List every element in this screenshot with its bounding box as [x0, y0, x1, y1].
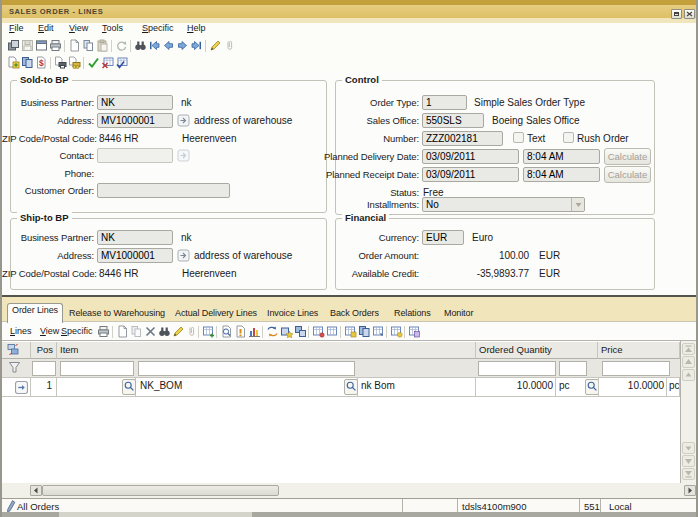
cell-price-unit[interactable]: pc	[667, 378, 680, 396]
grid-sort-icon[interactable]	[7, 343, 20, 356]
dropdown-arrow-icon[interactable]	[571, 198, 584, 211]
duplicate-order-icon[interactable]	[21, 56, 34, 69]
sold-customer-order-field[interactable]	[97, 183, 230, 198]
lines-split-icon[interactable]	[326, 325, 339, 338]
lines-monitor-icon[interactable]	[372, 325, 385, 338]
scroll-thumb[interactable]	[42, 485, 279, 496]
rush-order-checkbox[interactable]	[563, 132, 574, 143]
grid-page-up-button[interactable]	[682, 356, 695, 368]
new-record-icon[interactable]	[68, 39, 81, 52]
col-header-price[interactable]: Price	[598, 342, 680, 359]
paste-record-icon[interactable]	[96, 39, 109, 52]
print-icon[interactable]	[49, 39, 62, 52]
order-invoice-icon[interactable]: $	[35, 56, 48, 69]
grid-line-down-button[interactable]	[682, 442, 695, 454]
lines-insert-icon[interactable]	[202, 325, 215, 338]
item-lookup-button[interactable]	[344, 379, 358, 395]
tab-release-to-warehousing[interactable]: Release to Warehousing	[69, 308, 165, 318]
cell-item[interactable]: NK_BOM	[136, 378, 358, 396]
cell-item-description[interactable]: nk Bom	[358, 378, 476, 396]
lines-find-icon[interactable]	[158, 325, 171, 338]
save-icon[interactable]	[21, 39, 34, 52]
print-acknowledgement-icon[interactable]	[68, 56, 81, 69]
next-record-icon[interactable]	[176, 39, 189, 52]
col-header-pos[interactable]: Pos	[31, 342, 57, 359]
close-button[interactable]	[684, 9, 695, 19]
print-order-icon[interactable]	[54, 56, 67, 69]
grid-page-down-button[interactable]	[682, 455, 695, 467]
filter-pos[interactable]	[32, 361, 56, 376]
lines-print-icon[interactable]	[97, 325, 110, 338]
lines-copy-line-icon[interactable]	[130, 325, 143, 338]
menu-view[interactable]: View	[69, 23, 88, 33]
cell-price[interactable]: 10.0000	[598, 378, 667, 396]
edit-icon[interactable]	[209, 39, 222, 52]
lines-copy-to-icon[interactable]	[344, 325, 357, 338]
scroll-left-button[interactable]	[30, 485, 42, 496]
lines-menu-view[interactable]: View	[40, 326, 59, 336]
lines-generate-icon[interactable]	[280, 325, 293, 338]
menu-file[interactable]: File	[9, 23, 24, 33]
menu-specific[interactable]: Specific	[142, 23, 174, 33]
scroll-right-button[interactable]	[684, 485, 696, 496]
filter-quantity-unit[interactable]	[559, 361, 587, 376]
lines-text-icon[interactable]	[234, 325, 247, 338]
number-field[interactable]: ZZZ002181	[422, 131, 503, 146]
lines-new-line-icon[interactable]	[116, 325, 129, 338]
sales-office-field[interactable]: 550SLS	[422, 113, 484, 128]
menu-tools[interactable]: Tools	[102, 23, 123, 33]
quantity-unit-lookup-button[interactable]	[585, 379, 599, 395]
lines-menu-specific[interactable]: Specific	[61, 326, 93, 336]
filter-quantity[interactable]	[478, 361, 556, 376]
lines-menu-lines[interactable]: Lines	[10, 326, 32, 336]
tab-order-lines[interactable]: Order Lines	[7, 303, 63, 323]
validate-order-lines-icon[interactable]	[115, 56, 128, 69]
planned-receipt-date-field[interactable]: 03/09/2011	[422, 167, 519, 182]
lines-related-orders-icon[interactable]	[358, 325, 371, 338]
first-record-icon[interactable]	[148, 39, 161, 52]
tab-back-orders[interactable]: Back Orders	[330, 308, 379, 318]
expand-row-icon[interactable]	[15, 381, 27, 393]
tab-relations[interactable]: Relations	[394, 308, 431, 318]
tab-monitor[interactable]: Monitor	[444, 308, 473, 318]
menu-edit[interactable]: Edit	[38, 23, 54, 33]
tab-actual-delivery-lines[interactable]: Actual Delivery Lines	[175, 308, 257, 318]
planned-delivery-date-field[interactable]: 03/09/2011	[422, 149, 519, 164]
text-checkbox[interactable]	[513, 132, 524, 143]
grid-last-line-button[interactable]	[682, 468, 695, 480]
copy-order-icon[interactable]	[7, 56, 20, 69]
lines-component-lines-icon[interactable]	[408, 325, 421, 338]
calculate-receipt-button[interactable]: Calculate	[604, 166, 651, 183]
refresh-icon[interactable]	[115, 39, 128, 52]
find-icon[interactable]	[134, 39, 147, 52]
lines-assign-icon[interactable]	[294, 325, 307, 338]
copy-record-icon[interactable]	[82, 39, 95, 52]
grid-first-line-button[interactable]	[682, 343, 695, 355]
ship-address-field[interactable]: MV1000001	[97, 248, 173, 263]
last-record-icon[interactable]	[190, 39, 203, 52]
order-type-field[interactable]: 1	[422, 95, 467, 110]
previous-record-icon[interactable]	[162, 39, 175, 52]
attachment-icon[interactable]	[223, 39, 236, 52]
lines-convert-icon[interactable]	[266, 325, 279, 338]
sold-address-field[interactable]: MV1000001	[97, 113, 173, 128]
lines-attachment-icon[interactable]	[185, 325, 198, 338]
filter-item-group[interactable]	[60, 361, 134, 376]
cell-pos[interactable]: 1	[31, 378, 57, 396]
planned-receipt-time-field[interactable]: 8:04 AM	[523, 167, 600, 182]
lines-edit-icon[interactable]	[172, 325, 185, 338]
grid-row[interactable]: 1 NK_BOM nk Bom 10.0000 pc 10.0000 pc	[2, 378, 680, 397]
installments-dropdown[interactable]: No	[422, 197, 585, 212]
menu-help[interactable]: Help	[187, 23, 206, 33]
filter-item[interactable]	[138, 361, 355, 376]
currency-field[interactable]: EUR	[422, 230, 464, 245]
col-header-item[interactable]: Item	[57, 342, 476, 359]
planned-delivery-time-field[interactable]: 8:04 AM	[523, 149, 600, 164]
ship-address-browse-icon[interactable]	[177, 249, 190, 262]
lines-details-icon[interactable]	[312, 325, 325, 338]
sold-contact-field[interactable]	[97, 148, 173, 163]
title-bar[interactable]: SALES ORDER - LINES	[2, 5, 696, 18]
cell-quantity-unit[interactable]: pc	[556, 378, 584, 396]
lines-chart-icon[interactable]	[248, 325, 261, 338]
lines-price-book-icon[interactable]	[390, 325, 403, 338]
